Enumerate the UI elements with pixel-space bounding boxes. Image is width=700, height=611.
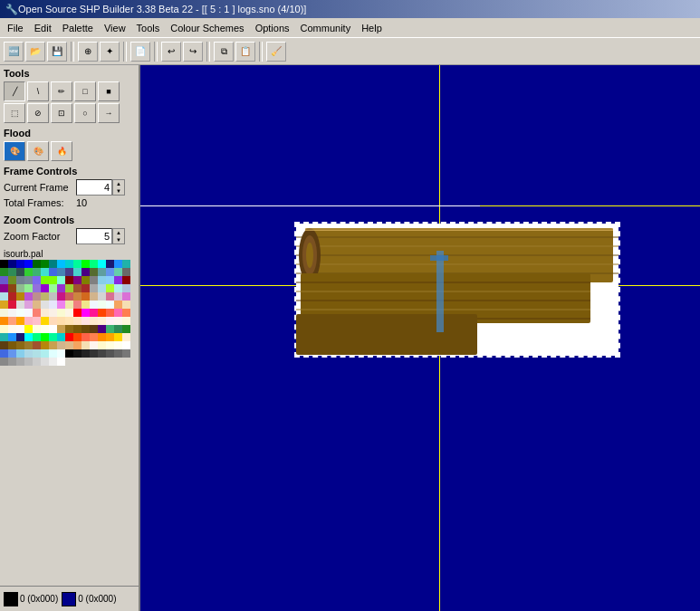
palette-cell[interactable]: [73, 349, 82, 358]
zoom-spin-down[interactable]: ▼: [113, 236, 124, 243]
palette-cell[interactable]: [98, 284, 106, 292]
palette-cell[interactable]: [0, 301, 8, 309]
right-swatch[interactable]: [62, 592, 76, 606]
palette-cell[interactable]: [8, 341, 16, 349]
palette-cell[interactable]: [90, 301, 98, 309]
palette-cell[interactable]: [98, 292, 106, 301]
palette-cell[interactable]: [49, 341, 57, 349]
spin-up-icon[interactable]: ▲: [113, 180, 124, 187]
palette-cell[interactable]: [8, 284, 16, 292]
palette-cell[interactable]: [0, 349, 8, 358]
palette-cell[interactable]: [41, 309, 49, 317]
palette-cell[interactable]: [90, 284, 98, 292]
palette-cell[interactable]: [106, 333, 114, 341]
palette-cell[interactable]: [8, 317, 16, 325]
palette-cell[interactable]: [122, 268, 130, 276]
palette-cell[interactable]: [57, 349, 65, 358]
palette-cell[interactable]: [41, 317, 49, 325]
palette-cell[interactable]: [114, 292, 122, 301]
palette-cell[interactable]: [41, 349, 49, 358]
palette-cell[interactable]: [41, 301, 49, 309]
palette-cell[interactable]: [122, 317, 130, 325]
palette-cell[interactable]: [82, 292, 90, 301]
palette-cell[interactable]: [57, 260, 65, 268]
palette-cell[interactable]: [0, 341, 8, 349]
palette-cell[interactable]: [8, 349, 16, 358]
palette-cell[interactable]: [41, 333, 49, 341]
palette-cell[interactable]: [49, 260, 57, 268]
palette-cell[interactable]: [73, 309, 82, 317]
palette-cell[interactable]: [33, 284, 41, 292]
menu-edit[interactable]: Edit: [29, 21, 57, 35]
palette-cell[interactable]: [114, 309, 122, 317]
palette-cell[interactable]: [122, 341, 130, 349]
palette-cell[interactable]: [73, 333, 82, 341]
palette-cell[interactable]: [0, 325, 8, 333]
palette-cell[interactable]: [114, 284, 122, 292]
palette-cell[interactable]: [90, 349, 98, 358]
palette-cell[interactable]: [24, 333, 33, 341]
palette-cell[interactable]: [41, 292, 49, 301]
palette-cell[interactable]: [57, 309, 65, 317]
palette-cell[interactable]: [41, 284, 49, 292]
palette-cell[interactable]: [16, 301, 24, 309]
tool-ellipse[interactable]: ○: [74, 103, 96, 123]
palette-cell[interactable]: [33, 268, 41, 276]
palette-cell[interactable]: [65, 349, 73, 358]
palette-cell[interactable]: [82, 325, 90, 333]
palette-cell[interactable]: [49, 358, 57, 366]
palette-cell[interactable]: [16, 292, 24, 301]
palette-cell[interactable]: [98, 260, 106, 268]
palette-cell[interactable]: [16, 341, 24, 349]
spin-down-icon[interactable]: ▼: [113, 187, 124, 195]
flood-btn3[interactable]: 🔥: [51, 141, 72, 161]
palette-cell[interactable]: [65, 268, 73, 276]
palette-cell[interactable]: [98, 349, 106, 358]
palette-cell[interactable]: [16, 333, 24, 341]
tool-rect[interactable]: □: [74, 81, 96, 101]
palette-cell[interactable]: [106, 349, 114, 358]
palette-cell[interactable]: [49, 292, 57, 301]
palette-cell[interactable]: [16, 325, 24, 333]
palette-cell[interactable]: [114, 260, 122, 268]
palette-cell[interactable]: [16, 309, 24, 317]
palette-cell[interactable]: [73, 292, 82, 301]
palette-cell[interactable]: [0, 317, 8, 325]
palette-cell[interactable]: [0, 284, 8, 292]
palette-cell[interactable]: [16, 358, 24, 366]
palette-cell[interactable]: [49, 317, 57, 325]
palette-cell[interactable]: [41, 276, 49, 284]
palette-cell[interactable]: [106, 284, 114, 292]
palette-cell[interactable]: [114, 333, 122, 341]
eraser-button[interactable]: 🧹: [266, 42, 286, 62]
palette-cell[interactable]: [57, 284, 65, 292]
palette-cell[interactable]: [24, 268, 33, 276]
palette-cell[interactable]: [8, 358, 16, 366]
palette-cell[interactable]: [114, 325, 122, 333]
palette-cell[interactable]: [8, 301, 16, 309]
palette-cell[interactable]: [65, 292, 73, 301]
palette-cell[interactable]: [114, 349, 122, 358]
zoom-spin-up[interactable]: ▲: [113, 229, 124, 236]
palette-cell[interactable]: [57, 358, 65, 366]
redo-button[interactable]: ↪: [183, 42, 203, 62]
palette-cell[interactable]: [24, 260, 33, 268]
palette-cell[interactable]: [90, 333, 98, 341]
palette-cell[interactable]: [106, 309, 114, 317]
tool-paint-bucket[interactable]: ⊘: [27, 103, 49, 123]
palette-cell[interactable]: [57, 276, 65, 284]
palette-cell[interactable]: [33, 325, 41, 333]
palette-cell[interactable]: [24, 317, 33, 325]
palette-cell[interactable]: [16, 349, 24, 358]
palette-cell[interactable]: [49, 276, 57, 284]
palette-cell[interactable]: [57, 301, 65, 309]
menu-view[interactable]: View: [99, 21, 131, 35]
palette-cell[interactable]: [41, 358, 49, 366]
palette-cell[interactable]: [82, 309, 90, 317]
palette-cell[interactable]: [8, 325, 16, 333]
palette-cell[interactable]: [106, 260, 114, 268]
palette-cell[interactable]: [33, 358, 41, 366]
palette-cell[interactable]: [8, 276, 16, 284]
palette-cell[interactable]: [65, 333, 73, 341]
palette-cell[interactable]: [49, 309, 57, 317]
